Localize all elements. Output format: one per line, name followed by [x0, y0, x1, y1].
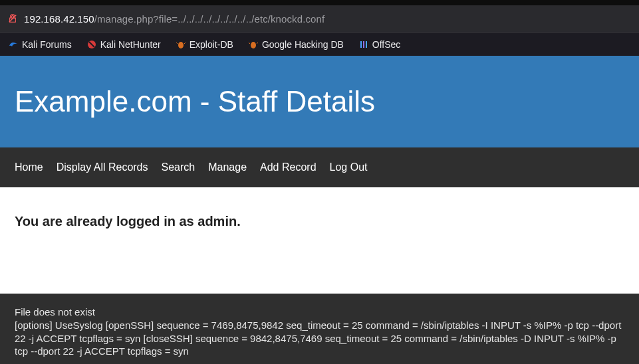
- url-path: /manage.php?file=../../../../../../../..…: [94, 13, 325, 25]
- url-text: 192.168.42.150/manage.php?file=../../../…: [24, 13, 324, 25]
- svg-line-7: [257, 43, 258, 44]
- page-title: Example.com - Staff Details: [15, 85, 375, 118]
- bookmark-label: Kali NetHunter: [100, 39, 161, 50]
- url-bar[interactable]: 192.168.42.150/manage.php?file=../../../…: [0, 5, 639, 32]
- url-host: 192.168.42.150: [24, 13, 94, 25]
- bookmark-exploit-db[interactable]: Exploit-DB: [173, 37, 236, 52]
- nav-display[interactable]: Display All Records: [57, 155, 148, 180]
- nav-home[interactable]: Home: [15, 155, 43, 180]
- svg-line-6: [249, 43, 250, 44]
- svg-line-4: [184, 43, 186, 44]
- svg-point-2: [178, 42, 184, 48]
- login-notice: You are already logged in as admin.: [15, 214, 624, 229]
- bookmark-label: OffSec: [372, 39, 401, 50]
- bookmark-kali-forums[interactable]: Kali Forums: [5, 37, 74, 52]
- bookmark-label: Kali Forums: [22, 39, 72, 50]
- bug-icon: [176, 39, 186, 50]
- bookmarks-bar: Kali Forums Kali NetHunter Exploit-DB Go…: [0, 32, 639, 56]
- kali-icon: [8, 39, 19, 50]
- page-header: Example.com - Staff Details: [0, 56, 639, 147]
- tab-strip: [0, 0, 639, 5]
- file-output: File does not exist [options] UseSyslog …: [0, 294, 639, 364]
- bookmark-label: Google Hacking DB: [262, 39, 344, 50]
- bookmark-kali-nethunter[interactable]: Kali NetHunter: [84, 37, 164, 52]
- nav-add[interactable]: Add Record: [260, 155, 317, 180]
- output-error: File does not exist: [15, 306, 624, 319]
- bookmark-label: Exploit-DB: [190, 39, 233, 50]
- insecure-lock-icon: [8, 14, 17, 23]
- bookmark-ghdb[interactable]: Google Hacking DB: [245, 37, 346, 52]
- output-body: [options] UseSyslog [openSSH] sequence =…: [15, 319, 624, 358]
- nav-logout[interactable]: Log Out: [330, 155, 368, 180]
- nav-search[interactable]: Search: [162, 155, 195, 180]
- nav-manage[interactable]: Manage: [208, 155, 247, 180]
- bug-icon: [248, 39, 259, 50]
- svg-line-3: [176, 43, 178, 44]
- main-content: You are already logged in as admin.: [0, 187, 639, 294]
- nav-menu: Home Display All Records Search Manage A…: [0, 147, 639, 187]
- offsec-icon: [358, 39, 369, 50]
- svg-point-5: [251, 42, 256, 48]
- nethunter-icon: [86, 39, 97, 50]
- bookmark-offsec[interactable]: OffSec: [356, 37, 404, 52]
